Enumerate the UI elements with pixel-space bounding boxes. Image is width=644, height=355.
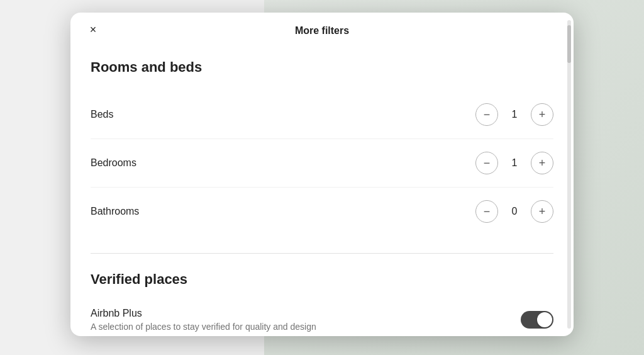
- bathrooms-value: 0: [508, 206, 521, 217]
- verified-places-title: Verified places: [91, 271, 553, 288]
- plus-icon: +: [539, 157, 546, 170]
- bedrooms-row: Bedrooms − 1 +: [91, 139, 553, 188]
- modal-header: × More filters: [70, 13, 574, 47]
- more-filters-modal: × More filters Rooms and beds Beds − 1: [70, 13, 574, 336]
- bedrooms-label: Bedrooms: [91, 157, 136, 169]
- verified-places-section: Verified places Airbnb Plus A selection …: [91, 271, 553, 336]
- plus-icon: +: [539, 205, 546, 218]
- bedrooms-decrement-button[interactable]: −: [475, 152, 498, 174]
- beds-value: 1: [508, 109, 521, 120]
- beds-decrement-button[interactable]: −: [475, 103, 498, 126]
- modal-scroll-handle: [567, 25, 571, 63]
- close-icon: ×: [90, 23, 97, 37]
- beds-controls: − 1 +: [475, 103, 553, 126]
- beds-row: Beds − 1 +: [91, 91, 553, 139]
- bathrooms-row: Bathrooms − 0 +: [91, 188, 553, 235]
- airbnb-plus-toggle[interactable]: [521, 311, 553, 329]
- modal-body: Rooms and beds Beds − 1 +: [70, 47, 574, 336]
- bathrooms-increment-button[interactable]: +: [531, 200, 553, 223]
- rooms-beds-section: Rooms and beds Beds − 1 +: [91, 59, 553, 235]
- minus-icon: −: [484, 205, 491, 218]
- modal-title: More filters: [295, 25, 349, 37]
- bathrooms-controls: − 0 +: [475, 200, 553, 223]
- bedrooms-increment-button[interactable]: +: [531, 152, 553, 174]
- minus-icon: −: [484, 108, 491, 121]
- airbnb-plus-row: Airbnb Plus A selection of places to sta…: [91, 300, 553, 336]
- plus-icon: +: [539, 108, 546, 121]
- beds-label: Beds: [91, 109, 113, 120]
- airbnb-plus-name: Airbnb Plus: [91, 308, 316, 319]
- toggle-thumb: [537, 312, 552, 327]
- airbnb-plus-description: A selection of places to stay verified f…: [91, 322, 316, 332]
- section-divider: [91, 253, 553, 254]
- rooms-beds-title: Rooms and beds: [91, 59, 553, 76]
- beds-increment-button[interactable]: +: [531, 103, 553, 126]
- bedrooms-controls: − 1 +: [475, 152, 553, 174]
- minus-icon: −: [484, 157, 491, 170]
- modal-scrollbar[interactable]: [567, 20, 571, 329]
- close-button[interactable]: ×: [83, 20, 103, 40]
- bathrooms-decrement-button[interactable]: −: [475, 200, 498, 223]
- airbnb-plus-info: Airbnb Plus A selection of places to sta…: [91, 308, 316, 332]
- bedrooms-value: 1: [508, 157, 521, 169]
- bathrooms-label: Bathrooms: [91, 206, 139, 217]
